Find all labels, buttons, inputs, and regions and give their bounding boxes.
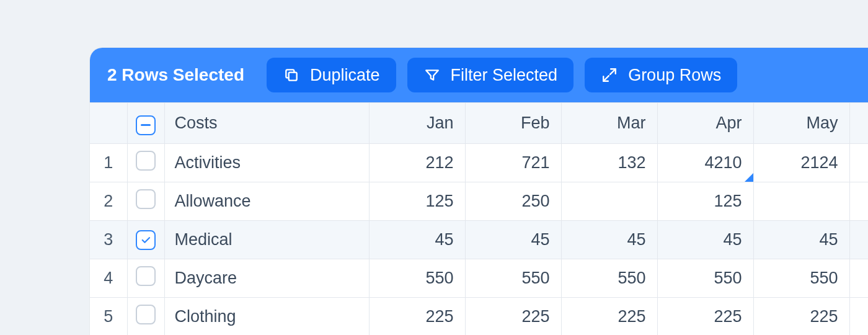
header-name[interactable]: Costs <box>164 103 369 144</box>
extra-cell[interactable] <box>849 259 868 298</box>
data-cell[interactable]: 125 <box>369 182 465 221</box>
row-name-cell[interactable]: Medical <box>164 221 369 259</box>
row-checkbox[interactable] <box>136 266 156 286</box>
row-checkbox-cell <box>127 144 164 182</box>
select-all-checkbox[interactable] <box>136 115 156 135</box>
table-row: 2Allowance125250125 <box>90 182 868 221</box>
filter-selected-button[interactable]: Filter Selected <box>407 58 574 92</box>
data-cell[interactable]: 45 <box>561 221 657 259</box>
data-cell[interactable]: 45 <box>753 221 849 259</box>
header-month-2[interactable]: Mar <box>561 103 657 144</box>
svg-rect-0 <box>289 73 297 81</box>
extra-cell[interactable] <box>849 182 868 221</box>
filter-label: Filter Selected <box>451 66 558 85</box>
row-checkbox[interactable] <box>136 230 156 250</box>
check-icon <box>140 234 151 246</box>
data-cell[interactable]: 45 <box>657 221 753 259</box>
collapse-icon <box>601 66 618 84</box>
header-row: Costs Jan Feb Mar Apr May <box>90 103 868 144</box>
data-cell[interactable]: 550 <box>369 259 465 298</box>
row-name-cell[interactable]: Daycare <box>164 259 369 298</box>
row-name-cell[interactable]: Allowance <box>164 182 369 221</box>
header-month-3[interactable]: Apr <box>657 103 753 144</box>
data-cell[interactable]: 550 <box>465 259 561 298</box>
table-body: 1Activities212721132421021242Allowance12… <box>90 144 868 336</box>
data-cell[interactable]: 550 <box>561 259 657 298</box>
data-cell[interactable]: 225 <box>657 298 753 336</box>
data-cell[interactable]: 132 <box>561 144 657 182</box>
header-month-1[interactable]: Feb <box>465 103 561 144</box>
data-cell[interactable]: 225 <box>561 298 657 336</box>
data-cell[interactable]: 212 <box>369 144 465 182</box>
data-cell[interactable]: 550 <box>753 259 849 298</box>
duplicate-label: Duplicate <box>310 66 380 85</box>
duplicate-button[interactable]: Duplicate <box>267 58 396 92</box>
header-blank <box>90 103 127 144</box>
data-cell[interactable]: 250 <box>465 182 561 221</box>
data-cell[interactable]: 721 <box>465 144 561 182</box>
data-cell[interactable] <box>753 182 849 221</box>
header-extra <box>849 103 868 144</box>
filter-icon <box>423 66 441 84</box>
row-number[interactable]: 4 <box>90 259 127 298</box>
table-row: 5Clothing225225225225225 <box>90 298 868 336</box>
spreadsheet-panel: 2 Rows Selected Duplicate Filter Selecte… <box>90 48 868 335</box>
selection-count-label: 2 Rows Selected <box>107 65 244 85</box>
row-checkbox[interactable] <box>136 305 156 324</box>
data-cell[interactable]: 45 <box>465 221 561 259</box>
row-number[interactable]: 1 <box>90 144 127 182</box>
row-checkbox-cell <box>127 221 164 259</box>
data-cell[interactable]: 225 <box>465 298 561 336</box>
extra-cell[interactable] <box>849 221 868 259</box>
row-checkbox-cell <box>127 298 164 336</box>
extra-cell[interactable] <box>849 144 868 182</box>
data-table: Costs Jan Feb Mar Apr May 1Activities212… <box>90 102 868 335</box>
row-number[interactable]: 5 <box>90 298 127 336</box>
table-row: 4Daycare550550550550550 <box>90 259 868 298</box>
table-row: 3Medical4545454545 <box>90 221 868 259</box>
row-checkbox-cell <box>127 182 164 221</box>
minus-icon <box>141 124 151 126</box>
table-row: 1Activities21272113242102124 <box>90 144 868 182</box>
data-cell[interactable]: 550 <box>657 259 753 298</box>
data-cell[interactable]: 125 <box>657 182 753 221</box>
row-number[interactable]: 3 <box>90 221 127 259</box>
group-rows-button[interactable]: Group Rows <box>585 58 737 92</box>
group-label: Group Rows <box>628 66 721 85</box>
row-checkbox[interactable] <box>136 151 156 171</box>
data-cell[interactable]: 225 <box>753 298 849 336</box>
extra-cell[interactable] <box>849 298 868 336</box>
row-name-cell[interactable]: Activities <box>164 144 369 182</box>
row-checkbox[interactable] <box>136 189 156 209</box>
header-month-4[interactable]: May <box>753 103 849 144</box>
row-number[interactable]: 2 <box>90 182 127 221</box>
data-cell[interactable] <box>561 182 657 221</box>
data-cell[interactable]: 45 <box>369 221 465 259</box>
data-cell[interactable]: 4210 <box>657 144 753 182</box>
header-checkbox-cell <box>127 103 164 144</box>
data-cell[interactable]: 225 <box>369 298 465 336</box>
row-name-cell[interactable]: Clothing <box>164 298 369 336</box>
duplicate-icon <box>283 66 300 84</box>
header-month-0[interactable]: Jan <box>369 103 465 144</box>
data-cell[interactable]: 2124 <box>753 144 849 182</box>
selection-toolbar: 2 Rows Selected Duplicate Filter Selecte… <box>90 48 868 102</box>
row-checkbox-cell <box>127 259 164 298</box>
